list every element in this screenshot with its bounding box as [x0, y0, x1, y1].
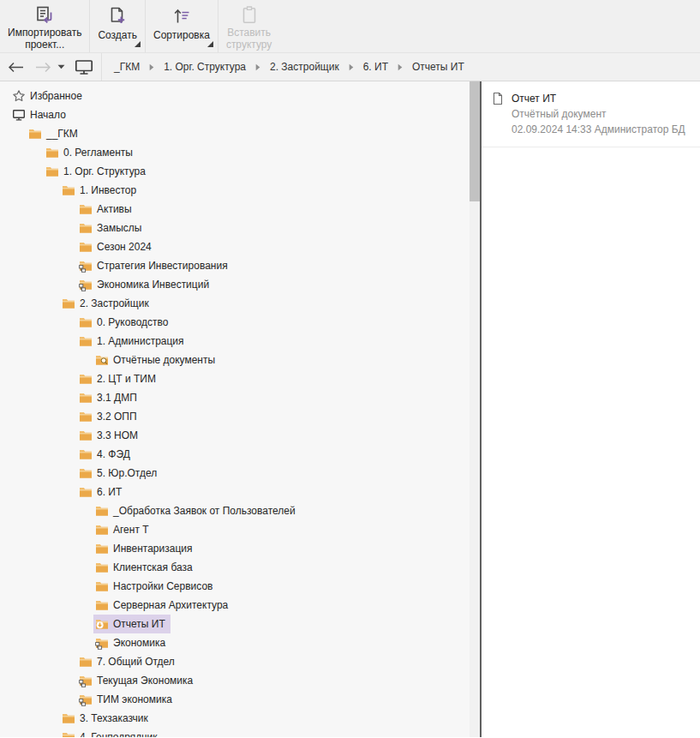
tree-item[interactable]: Стратегия Инвестирования [0, 256, 470, 275]
breadcrumb-item[interactable]: _ГКМ [114, 61, 140, 73]
tree-item-inner[interactable]: 3.3 НОМ [77, 426, 143, 445]
tree-item-inner[interactable]: 6. ИТ [77, 483, 127, 501]
tree-item[interactable]: 3.1 ДМП [0, 388, 470, 407]
tree-item-inner[interactable]: Текущая Экономика [77, 671, 198, 690]
tree-item[interactable]: Экономика Инвестиций [0, 275, 470, 294]
tree-item[interactable]: Клиентская база [0, 558, 470, 577]
breadcrumb-item[interactable]: 1. Орг. Структура [164, 61, 246, 73]
tree-item[interactable]: Сезон 2024 [0, 237, 470, 256]
tree-item-inner[interactable]: 3.1 ДМП [77, 388, 142, 407]
tree-item[interactable]: 3. Техзаказчик [0, 709, 470, 728]
tree-item-label: Стратегия Инвестирования [97, 260, 228, 272]
tree-item-inner[interactable]: 0. Руководство [77, 313, 173, 332]
tree-item[interactable]: Отчеты ИТ [0, 615, 470, 633]
tree-item[interactable]: Отчётные документы [0, 351, 470, 369]
folder-icon [79, 429, 93, 442]
tree-item[interactable]: 4. ФЭД [0, 445, 470, 464]
home-button[interactable] [75, 59, 93, 75]
sort-button[interactable]: Сортировка [146, 0, 218, 52]
tree-item-inner[interactable]: Экономика Инвестиций [77, 275, 214, 294]
dropdown-corner-icon [135, 41, 141, 47]
back-button[interactable] [8, 62, 24, 73]
tree-item[interactable]: Текущая Экономика [0, 671, 470, 690]
tree-item[interactable]: 0. Регламенты [0, 143, 470, 162]
tree-item-inner[interactable]: 1. Администрация [77, 332, 189, 351]
folder-icon [79, 466, 93, 480]
breadcrumb-item[interactable]: Отчеты ИТ [412, 61, 464, 73]
tree-item[interactable]: 1. Администрация [0, 332, 470, 351]
breadcrumb-item[interactable]: 2. Застройщик [270, 61, 339, 73]
tree-item-inner[interactable]: Агент Т [93, 520, 154, 539]
tree-item[interactable]: Агент Т [0, 520, 470, 539]
sort-label: Сортировка [153, 29, 210, 41]
tree-item-inner[interactable]: Серверная Архитектура [93, 596, 233, 615]
tree-item-inner[interactable]: 1. Инвестор [60, 181, 141, 200]
folder-icon [79, 447, 93, 461]
tree-item-inner[interactable]: Активы [77, 200, 137, 219]
tree-item[interactable]: Начало [0, 105, 470, 124]
tree-item-inner[interactable]: Избранное [10, 87, 87, 105]
import-project-button[interactable]: Импортировать проект... [0, 0, 89, 52]
tree-item-inner[interactable]: 2. ЦТ и ТИМ [77, 369, 161, 388]
tree-item[interactable]: Замыслы [0, 219, 470, 237]
tree-item[interactable]: 3.3 НОМ [0, 426, 470, 445]
tree-item[interactable]: Избранное [0, 87, 470, 105]
tree-item[interactable]: ТИМ экономика [0, 690, 470, 709]
tree-scrollbar-thumb[interactable] [470, 81, 480, 201]
forward-button[interactable] [35, 62, 51, 73]
tree-item-inner[interactable]: Стратегия Инвестирования [77, 256, 233, 275]
dropdown-corner-icon [207, 41, 213, 47]
paste-structure-label-2: структуру [226, 39, 272, 51]
tree-item[interactable]: Настройки Сервисов [0, 577, 470, 596]
tree-item-inner[interactable]: Инвентаризация [93, 539, 197, 558]
document-type: Отчётный документ [512, 106, 685, 122]
tree-item[interactable]: 4. Генподрядчик [0, 728, 470, 737]
tree-item-inner[interactable]: __ГКМ [27, 124, 83, 143]
tree-item-inner[interactable]: Начало [10, 105, 71, 124]
tree-item[interactable]: Инвентаризация [0, 539, 470, 558]
tree-item-inner[interactable]: Отчётные документы [93, 351, 220, 369]
tree-item-inner[interactable]: 0. Регламенты [44, 143, 138, 162]
tree-item[interactable]: 3.2 ОПП [0, 407, 470, 426]
tree-item-inner[interactable]: Сезон 2024 [77, 237, 157, 256]
tree-item[interactable]: Активы [0, 200, 470, 219]
tree-item[interactable]: 7. Общий Отдел [0, 652, 470, 671]
tree-item-inner[interactable]: Замыслы [77, 219, 147, 237]
back-arrow-icon [8, 62, 24, 73]
tree-item-inner[interactable]: 1. Орг. Структура [44, 162, 151, 181]
import-project-label-2: проект... [25, 39, 64, 51]
tree-item-selected[interactable]: Отчеты ИТ [93, 615, 171, 633]
tree-item-inner[interactable]: 5. Юр.Отдел [77, 464, 162, 483]
tree-item-inner[interactable]: 3. Техзаказчик [60, 709, 153, 728]
history-dropdown-button[interactable] [57, 64, 65, 69]
document-title[interactable]: Отчет ИТ [512, 91, 685, 106]
tree-item[interactable]: 6. ИТ [0, 483, 470, 501]
list-item[interactable]: Отчет ИТ Отчётный документ 02.09.2024 14… [482, 81, 700, 137]
tree-item[interactable]: Серверная Архитектура [0, 596, 470, 615]
tree-item[interactable]: Экономика [0, 633, 470, 652]
tree-item-inner[interactable]: Настройки Сервисов [93, 577, 218, 596]
tree-item[interactable]: 1. Орг. Структура [0, 162, 470, 181]
tree-item[interactable]: _Обработка Заявок от Пользователей [0, 501, 470, 520]
tree-item-inner[interactable]: 2. Застройщик [60, 294, 154, 313]
tree-item[interactable]: 1. Инвестор [0, 181, 470, 200]
tree-scrollbar[interactable] [470, 81, 480, 737]
breadcrumb-item[interactable]: 6. ИТ [363, 61, 388, 73]
tree-item-inner[interactable]: 7. Общий Отдел [77, 652, 180, 671]
tree-item[interactable]: 2. ЦТ и ТИМ [0, 369, 470, 388]
tree-item-inner[interactable]: 4. ФЭД [77, 445, 135, 464]
content-area: ИзбранноеНачало__ГКМ0. Регламенты1. Орг.… [0, 81, 700, 737]
tree-item-inner[interactable]: 4. Генподрядчик [60, 728, 163, 737]
tree-item-inner[interactable]: _Обработка Заявок от Пользователей [93, 501, 301, 520]
tree-item[interactable]: 2. Застройщик [0, 294, 470, 313]
tree-item-inner[interactable]: 3.2 ОПП [77, 407, 142, 426]
folder-icon [95, 579, 109, 593]
tree-item[interactable]: 5. Юр.Отдел [0, 464, 470, 483]
tree-item[interactable]: __ГКМ [0, 124, 470, 143]
tree-item[interactable]: 0. Руководство [0, 313, 470, 332]
tree-item-inner[interactable]: ТИМ экономика [77, 690, 177, 709]
import-project-label-1: Импортировать [8, 27, 81, 39]
tree-item-inner[interactable]: Экономика [93, 633, 171, 652]
tree-item-inner[interactable]: Клиентская база [93, 558, 198, 577]
create-button[interactable]: Создать [90, 0, 145, 52]
